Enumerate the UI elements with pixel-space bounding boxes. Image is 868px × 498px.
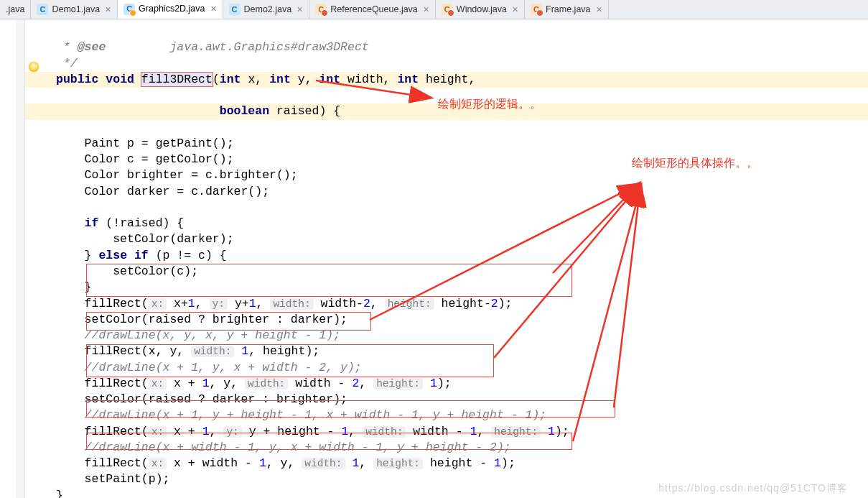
code-area[interactable]: * @see java.awt.Graphics#draw3DRect */ p… (0, 24, 868, 498)
tab-referencequeue[interactable]: ReferenceQueue.java✕ (309, 0, 436, 19)
editor-tab-bar: .java Demo1.java✕ Graphics2D.java✕ Demo2… (0, 0, 868, 19)
param-hint-height: height: (491, 426, 541, 438)
param-hint-y: y: (223, 426, 241, 438)
param-hint-width: width: (302, 458, 345, 469)
tab-demo1[interactable]: Demo1.java✕ (31, 0, 118, 19)
param-hint-y: y: (210, 298, 228, 310)
class-icon (37, 4, 48, 15)
watermark: https://blog.csdn.net/qq@51CTO博客 (658, 481, 848, 495)
tab-demo2[interactable]: Demo2.java✕ (223, 0, 310, 19)
param-hint-width: width: (363, 426, 406, 438)
param-hint-x: x: (149, 378, 167, 389)
class-lib-icon (442, 4, 453, 15)
param-hint-width: width: (191, 346, 234, 357)
gutter (0, 19, 17, 498)
method-name-highlight: fill3DRect (141, 73, 213, 86)
tab-frame[interactable]: Frame.java✕ (525, 0, 609, 19)
annotation-text-ops: 绘制矩形的具体操作。。 (632, 155, 758, 171)
param-hint-width: width: (270, 298, 313, 310)
param-hint-x: x: (149, 458, 167, 469)
annotation-text-logic: 绘制矩形的逻辑。。 (438, 96, 541, 112)
tab-graphics2d[interactable]: Graphics2D.java✕ (118, 0, 223, 19)
class-icon (229, 4, 241, 15)
tab-unknown-java[interactable]: .java (0, 0, 31, 19)
close-icon[interactable]: ✕ (596, 4, 602, 15)
close-icon[interactable]: ✕ (423, 4, 429, 15)
code-editor[interactable]: * @see java.awt.Graphics#draw3DRect */ p… (0, 19, 868, 498)
param-hint-height: height: (373, 458, 423, 469)
close-icon[interactable]: ✕ (297, 4, 303, 15)
close-icon[interactable]: ✕ (105, 4, 111, 15)
class-lib-icon (315, 4, 327, 15)
intention-bulb-icon[interactable] (29, 62, 39, 72)
class-lib-icon (123, 4, 135, 15)
tab-window[interactable]: Window.java✕ (436, 0, 525, 19)
gutter-separator (16, 19, 25, 498)
class-lib-icon (531, 4, 542, 15)
param-hint-height: height: (385, 298, 434, 310)
close-icon[interactable]: ✕ (512, 4, 518, 15)
param-hint-width: width: (245, 378, 288, 389)
close-icon[interactable]: ✕ (210, 4, 217, 14)
param-hint-x: x: (149, 298, 167, 310)
param-hint-x: x: (149, 426, 167, 438)
param-hint-height: height: (373, 378, 423, 389)
